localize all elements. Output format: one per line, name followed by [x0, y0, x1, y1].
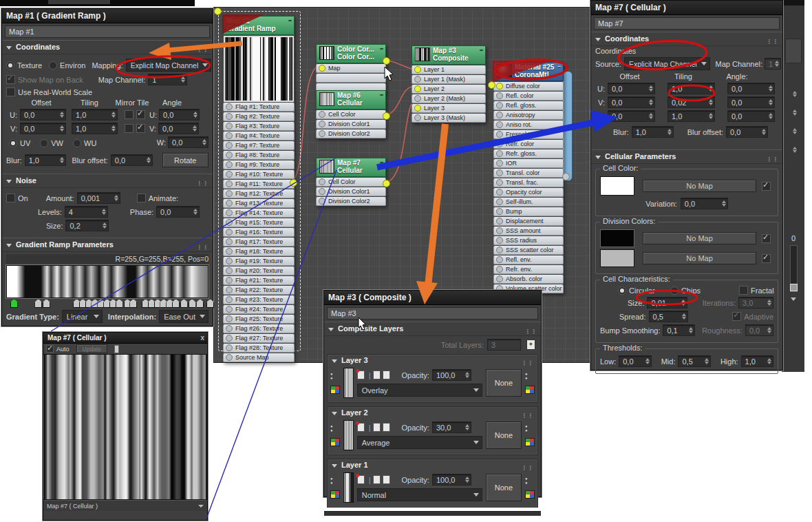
- u-tiling-field[interactable]: 1,0: [667, 83, 715, 94]
- v-angle-field[interactable]: 0,0: [727, 96, 775, 108]
- node-input-slot[interactable]: Transl. color: [493, 169, 564, 178]
- node-input-slot[interactable]: Map: [316, 64, 386, 73]
- input-socket-icon[interactable]: [496, 227, 503, 234]
- environ-radio[interactable]: [49, 61, 57, 70]
- input-socket-icon[interactable]: [319, 121, 325, 127]
- input-socket-icon[interactable]: [226, 267, 233, 274]
- duplicate-layer-icon[interactable]: [357, 370, 365, 379]
- mask-visibility-eyes-icon[interactable]: ● ●: [525, 477, 535, 485]
- input-socket-icon[interactable]: [496, 256, 503, 263]
- node-input-slot[interactable]: Refl. env.: [493, 255, 564, 264]
- node-input-slot[interactable]: IOR: [493, 159, 564, 168]
- node-input-slot[interactable]: Anisotropy: [493, 111, 564, 120]
- gradient-flag-selected[interactable]: [10, 299, 18, 308]
- color-correction-icon[interactable]: [330, 438, 340, 446]
- visibility-eyes-icon[interactable]: ● ●: [330, 477, 340, 485]
- node-input-slot[interactable]: Displacement: [493, 217, 564, 226]
- node-input-slot[interactable]: Bump: [493, 207, 564, 216]
- node-input-slot[interactable]: Refl. color: [493, 92, 564, 101]
- input-socket-icon[interactable]: [496, 189, 503, 196]
- opacity-field[interactable]: 100,0: [432, 369, 471, 381]
- node-material-output-socket[interactable]: [562, 173, 570, 180]
- input-socket-icon[interactable]: [226, 190, 233, 197]
- input-socket-icon[interactable]: [496, 198, 503, 205]
- gradient-flag[interactable]: [189, 299, 196, 308]
- node-input-slot[interactable]: [316, 74, 386, 83]
- v-tiling-field[interactable]: 0,02: [667, 96, 715, 108]
- node-input-slot[interactable]: Flag #26: Texture: [223, 324, 295, 333]
- input-socket-icon[interactable]: [414, 95, 421, 102]
- bump-smoothing-field[interactable]: 0,1: [663, 324, 695, 336]
- node-input-slot[interactable]: Layer 3: [412, 104, 486, 113]
- duplicate-layer-icon[interactable]: [357, 423, 365, 432]
- interpolation-dropdown[interactable]: Ease Out: [159, 310, 209, 323]
- panel-title[interactable]: Map #7 ( Cellular ): [591, 1, 782, 15]
- node-input-slot[interactable]: Flag #23: Texture: [223, 295, 295, 304]
- v-tile-checkbox[interactable]: [136, 124, 145, 133]
- node-map7-cellular[interactable]: Map #7 Cellular – Cell ColorDivision Col…: [316, 158, 386, 206]
- blur-offset-field[interactable]: 0,0: [726, 126, 768, 138]
- division-color2-swatch[interactable]: [600, 249, 634, 267]
- cell-color-swatch[interactable]: [600, 176, 634, 196]
- fractal-checkbox[interactable]: [739, 286, 748, 295]
- input-socket-icon[interactable]: [226, 219, 233, 226]
- chevron-down-icon[interactable]: [198, 505, 204, 508]
- w-angle-field[interactable]: 0,0: [168, 136, 209, 148]
- input-socket-icon[interactable]: [226, 325, 233, 332]
- node-map3-composite[interactable]: Map #3 Composite – Layer 1Layer 1 (Mask)…: [412, 45, 486, 123]
- sample-scale-icon[interactable]: [114, 345, 119, 353]
- u-offset-field[interactable]: 0,0: [608, 83, 655, 94]
- input-socket-icon[interactable]: [496, 83, 503, 90]
- rollout-coordinates[interactable]: Coordinates⋮⋮: [591, 32, 782, 46]
- panel-title[interactable]: Map #1 ( Gradient Ramp ): [2, 9, 213, 23]
- amount-field[interactable]: 0,001: [77, 192, 120, 204]
- mask-color-correction-icon[interactable]: [525, 386, 535, 394]
- node-input-slot[interactable]: Cell Color: [316, 178, 386, 187]
- u-mirror-checkbox[interactable]: [125, 110, 133, 119]
- u-offset-field[interactable]: 0,0: [20, 109, 66, 121]
- low-field[interactable]: 0,0: [619, 355, 651, 367]
- input-socket-icon[interactable]: [226, 200, 233, 207]
- input-socket-icon[interactable]: [496, 160, 503, 167]
- input-socket-icon[interactable]: [496, 150, 503, 157]
- division-color2-map-checkbox[interactable]: [762, 254, 771, 263]
- node-map7-output-socket[interactable]: [383, 180, 390, 187]
- node-input-slot[interactable]: Flag #8: Texture: [223, 151, 295, 160]
- layer-header[interactable]: Layer 2⋮⋮: [328, 407, 537, 419]
- input-socket-icon[interactable]: [496, 92, 503, 99]
- node-input-slot[interactable]: Layer 2: [412, 85, 486, 94]
- auto-checkbox[interactable]: [46, 345, 54, 353]
- input-socket-icon[interactable]: [226, 344, 233, 351]
- u-angle-field[interactable]: 0,0: [727, 83, 775, 94]
- node-map6-cellular[interactable]: Map #6 Cellular – Cell ColorDivision Col…: [316, 90, 386, 138]
- update-button[interactable]: Update: [76, 344, 107, 353]
- input-socket-icon[interactable]: [226, 286, 233, 293]
- input-socket-icon[interactable]: [226, 238, 233, 245]
- spread-field[interactable]: 0,5: [649, 311, 689, 322]
- input-socket-icon[interactable]: [226, 335, 233, 342]
- division-color1-map-checkbox[interactable]: [762, 234, 771, 243]
- mask-none-button[interactable]: None: [486, 474, 522, 501]
- input-socket-icon[interactable]: [226, 103, 233, 110]
- mask-none-button[interactable]: None: [486, 369, 522, 397]
- close-icon[interactable]: x: [200, 333, 204, 343]
- high-field[interactable]: 1,0: [741, 355, 773, 367]
- node-input-slot[interactable]: Flag #2: Texture: [223, 112, 295, 121]
- input-socket-icon[interactable]: [414, 76, 421, 83]
- input-socket-icon[interactable]: [496, 208, 503, 215]
- rollout-noise[interactable]: Noise⋮⋮: [2, 174, 213, 188]
- node-input-slot[interactable]: Flag #16: Texture: [223, 228, 295, 237]
- opacity-field[interactable]: 30,0: [432, 421, 471, 433]
- node-input-slot[interactable]: Absorb. color: [493, 275, 564, 284]
- node-input-slot[interactable]: Flag #3: Texture: [223, 122, 295, 131]
- node-input-slot[interactable]: Flag #21: Texture: [223, 276, 295, 285]
- node-input-slot[interactable]: Flag #13: Texture: [223, 199, 295, 208]
- map-channel-field[interactable]: 1: [148, 74, 187, 85]
- node-input-slot[interactable]: Layer 3 (Mask): [412, 114, 486, 123]
- node-input-slot[interactable]: Transl. frac.: [493, 178, 564, 187]
- gradient-flag[interactable]: [129, 299, 137, 308]
- rename-layer-icon[interactable]: [373, 423, 381, 432]
- node-map1-gradient-ramp[interactable]: Map #1 Gradient Ramp – Flag #1: TextureF…: [223, 16, 295, 362]
- w-tiling-field[interactable]: 1,0: [667, 110, 715, 122]
- blend-mode-dropdown[interactable]: Overlay: [357, 384, 482, 397]
